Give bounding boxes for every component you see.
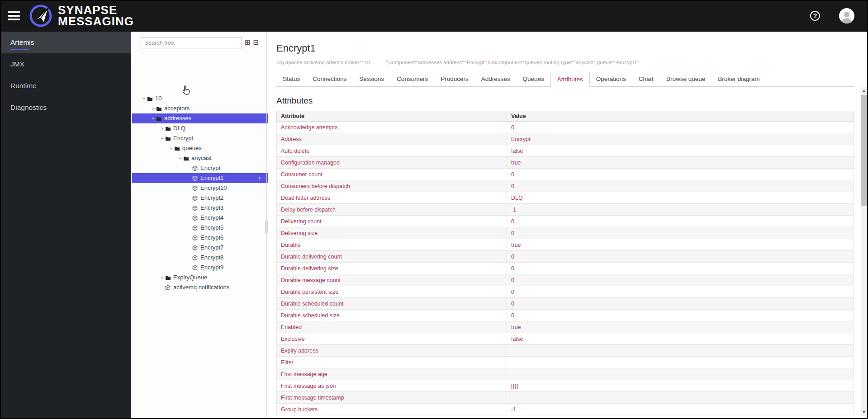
table-row[interactable]: Durable message count0 — [277, 274, 854, 286]
attribute-name-cell[interactable]: Auto delete — [277, 145, 507, 157]
table-row[interactable]: Durable delivering count0 — [277, 251, 854, 263]
tab-status[interactable]: Status — [276, 72, 306, 86]
attribute-name-cell[interactable]: First message age — [277, 368, 507, 380]
scroll-up-icon[interactable]: ▲ — [861, 88, 867, 94]
sidebar-item-runtime[interactable]: Runtime — [0, 75, 131, 97]
tree-node-10[interactable]: ›10 — [132, 94, 268, 104]
selected-node-chevron-icon[interactable]: › — [259, 173, 261, 183]
tree-node-encrypt8[interactable]: Encrypt8 — [132, 253, 268, 263]
table-row[interactable]: Durable scheduled size0 — [277, 310, 854, 321]
attribute-name-cell[interactable]: Acknowledge attempts — [277, 122, 507, 133]
tree-node-encrypt3[interactable]: Encrypt3 — [132, 203, 268, 213]
table-row[interactable]: Durabletrue — [277, 239, 854, 251]
table-row[interactable]: Delivering count0 — [277, 216, 854, 227]
attribute-name-cell[interactable]: Exclusive — [277, 333, 507, 345]
attribute-value-cell[interactable]: false — [507, 333, 854, 345]
attribute-value-cell[interactable]: 0 — [507, 216, 854, 227]
attribute-name-cell[interactable]: Group buckets — [277, 404, 507, 415]
tree-node-acceptors[interactable]: ›acceptors — [132, 104, 268, 113]
attribute-value-cell[interactable] — [507, 357, 854, 368]
table-row[interactable]: Durable delivering size0 — [277, 263, 854, 274]
tree-node-expiryqueue[interactable]: ›ExpiryQueue — [132, 273, 268, 282]
attribute-value-cell[interactable]: true — [507, 321, 854, 333]
attribute-value-cell[interactable]: 0 — [507, 122, 854, 133]
tree-node-anycast[interactable]: ›anycast — [132, 153, 268, 163]
tree-node-encrypt5[interactable]: Encrypt5 — [132, 223, 268, 233]
tree-node-encrypt2[interactable]: Encrypt2 — [132, 193, 268, 203]
table-row[interactable]: Configuration managedtrue — [277, 157, 854, 169]
tree-node-encrypt[interactable]: ›Encrypt — [132, 133, 268, 143]
attribute-name-cell[interactable]: Durable persistent size — [277, 286, 507, 298]
tab-chart[interactable]: Chart — [632, 72, 660, 86]
tab-broker-diagram[interactable]: Broker diagram — [711, 72, 766, 86]
caret-expanded-icon[interactable]: › — [157, 136, 167, 141]
attribute-name-cell[interactable]: Durable scheduled count — [277, 298, 507, 310]
attribute-name-cell[interactable]: Filter — [277, 357, 507, 368]
caret-collapsed-icon[interactable]: › — [150, 104, 156, 113]
attribute-value-cell[interactable]: -1 — [507, 204, 854, 216]
tree-node-encrypt6[interactable]: Encrypt6 — [132, 233, 268, 243]
table-row[interactable]: Durable scheduled count0 — [277, 298, 854, 310]
caret-expanded-icon[interactable]: › — [148, 116, 158, 122]
attribute-value-cell[interactable] — [507, 368, 854, 380]
attribute-value-cell[interactable]: Encrypt — [507, 133, 854, 145]
main-scrollbar[interactable]: ▲ ▼ — [861, 87, 867, 416]
table-row[interactable]: AddressEncrypt — [277, 133, 854, 145]
help-icon[interactable]: ? — [810, 11, 820, 21]
attribute-name-cell[interactable]: Delivering size — [277, 227, 507, 239]
table-row[interactable]: Dead letter addressDLQ — [277, 192, 854, 204]
sidebar-item-artemis[interactable]: Artemis — [0, 32, 131, 53]
caret-expanded-icon[interactable]: › — [175, 155, 185, 161]
tree-node-encrypt4[interactable]: Encrypt4 — [132, 213, 268, 223]
attribute-name-cell[interactable]: Durable scheduled size — [277, 310, 507, 321]
table-row[interactable]: Consumers before dispatch0 — [277, 180, 854, 192]
tree-node-encrypt9[interactable]: Encrypt9 — [132, 263, 268, 273]
table-row[interactable]: First message timestamp — [277, 392, 854, 404]
tab-addresses[interactable]: Addresses — [475, 72, 517, 86]
attribute-name-cell[interactable]: Address — [277, 133, 507, 145]
attribute-name-cell[interactable]: Dead letter address — [277, 192, 507, 204]
attribute-value-cell[interactable]: DLQ — [507, 192, 854, 204]
table-row[interactable]: Auto deletefalse — [277, 145, 854, 157]
tab-queues[interactable]: Queues — [516, 72, 550, 86]
attribute-name-cell[interactable]: Consumer count — [277, 169, 507, 180]
attribute-name-cell[interactable]: Expiry address — [277, 345, 507, 357]
attribute-value-cell[interactable]: 0 — [507, 274, 854, 286]
table-row[interactable]: Group buckets-1 — [277, 404, 854, 415]
tree-node-dlq[interactable]: ›DLQ — [132, 123, 268, 133]
sidebar-item-jmx[interactable]: JMX — [0, 53, 131, 75]
tree-node-encrypt10[interactable]: Encrypt10 — [132, 183, 268, 193]
scrollbar-thumb[interactable] — [861, 95, 867, 206]
caret-collapsed-icon[interactable]: › — [159, 273, 165, 282]
attribute-value-cell[interactable]: true — [507, 157, 854, 169]
table-row[interactable]: Consumer count0 — [277, 169, 854, 180]
expand-all-icon[interactable]: ⊞ — [245, 39, 251, 46]
tab-browse-queue[interactable]: Browse queue — [660, 72, 711, 86]
attribute-name-cell[interactable]: Consumers before dispatch — [277, 180, 507, 192]
tree-search-input[interactable] — [141, 37, 242, 48]
table-row[interactable]: Delivering size0 — [277, 227, 854, 239]
tab-operations[interactable]: Operations — [590, 72, 632, 86]
attribute-name-cell[interactable]: Durable delivering size — [277, 263, 507, 274]
table-row[interactable]: Filter — [277, 357, 854, 368]
caret-collapsed-icon[interactable]: › — [159, 123, 165, 133]
menu-toggle-icon[interactable] — [8, 11, 20, 20]
collapse-all-icon[interactable]: ⊟ — [253, 39, 259, 46]
attribute-name-cell[interactable]: Delay before dispatch — [277, 204, 507, 216]
tab-consumers[interactable]: Consumers — [390, 72, 434, 86]
attribute-value-cell[interactable] — [507, 345, 854, 357]
attribute-name-cell[interactable]: First message as json — [277, 380, 507, 392]
tree-node-activemq.notifications[interactable]: activemq.notifications — [132, 282, 268, 292]
tree-node-addresses[interactable]: ›addresses — [132, 113, 268, 123]
attribute-name-cell[interactable]: Durable delivering count — [277, 251, 507, 263]
attribute-value-cell[interactable]: 0 — [507, 310, 854, 321]
attribute-value-cell[interactable]: 0 — [507, 263, 854, 274]
caret-expanded-icon[interactable]: › — [139, 96, 149, 102]
attribute-value-cell[interactable]: 0 — [507, 251, 854, 263]
tab-connections[interactable]: Connections — [306, 72, 353, 86]
tree-node-encrypt[interactable]: Encrypt — [132, 163, 268, 173]
tab-producers[interactable]: Producers — [434, 72, 475, 86]
attribute-value-cell[interactable]: true — [507, 239, 854, 251]
table-row[interactable]: Expiry address — [277, 345, 854, 357]
table-row[interactable]: First message as json[{}] — [277, 380, 854, 392]
